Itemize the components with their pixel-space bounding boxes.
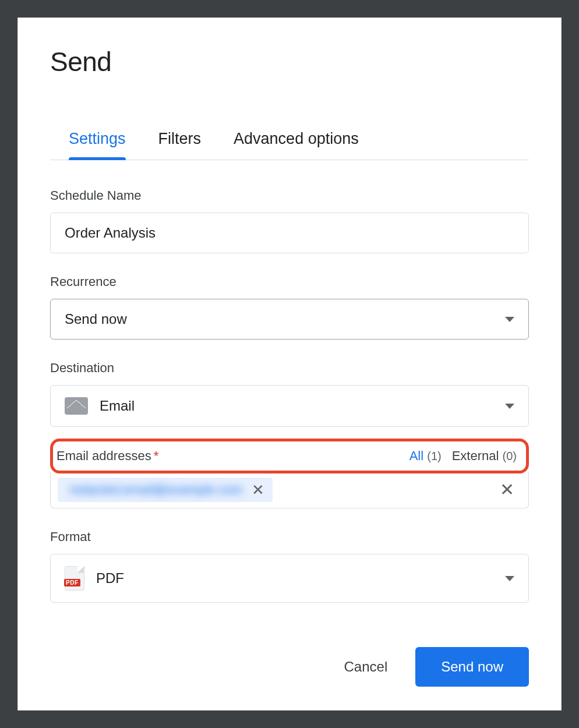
chevron-down-icon: [505, 317, 514, 322]
schedule-name-field: Schedule Name: [50, 188, 529, 253]
format-field: Format PDF PDF: [50, 529, 529, 603]
email-filter-tabs: All (1) External (0): [409, 448, 517, 464]
mail-icon: [65, 397, 88, 415]
recurrence-field: Recurrence Send now: [50, 274, 529, 340]
email-filter-all[interactable]: All (1): [409, 448, 442, 464]
destination-label: Destination: [50, 361, 529, 376]
chevron-down-icon: [505, 576, 514, 581]
recurrence-value: Send now: [65, 311, 127, 327]
email-addresses-input[interactable]: redacted.email@example.com ✕ ✕: [50, 472, 529, 508]
dialog-footer: Cancel Send now: [50, 624, 529, 687]
schedule-name-input[interactable]: [50, 213, 529, 253]
format-label: Format: [50, 529, 529, 545]
email-chip: redacted.email@example.com ✕: [58, 478, 273, 502]
email-addresses-field: Email addresses* All (1) External (0) re…: [50, 439, 529, 508]
chip-remove-icon[interactable]: ✕: [252, 482, 264, 497]
email-chip-text: redacted.email@example.com: [69, 482, 242, 497]
recurrence-select[interactable]: Send now: [50, 299, 529, 340]
tab-filters[interactable]: Filters: [158, 130, 202, 160]
required-asterisk: *: [154, 448, 159, 463]
email-addresses-highlight: Email addresses* All (1) External (0): [50, 439, 529, 473]
destination-field: Destination Email: [50, 361, 529, 427]
dialog-title: Send: [50, 46, 529, 77]
send-dialog: Send Settings Filters Advanced options S…: [17, 17, 562, 711]
tab-advanced-options[interactable]: Advanced options: [234, 130, 359, 160]
pdf-icon: PDF: [65, 566, 84, 591]
format-select[interactable]: PDF PDF: [50, 554, 529, 603]
tab-settings[interactable]: Settings: [69, 130, 126, 160]
schedule-name-label: Schedule Name: [50, 188, 529, 203]
destination-select[interactable]: Email: [50, 385, 529, 427]
format-value: PDF: [96, 570, 124, 586]
email-filter-external[interactable]: External (0): [452, 448, 517, 464]
email-addresses-label: Email addresses*: [57, 448, 158, 464]
destination-value: Email: [100, 398, 135, 414]
send-now-button[interactable]: Send now: [415, 647, 529, 687]
cancel-button[interactable]: Cancel: [340, 652, 393, 682]
clear-all-icon[interactable]: ✕: [500, 481, 521, 499]
chevron-down-icon: [505, 404, 514, 409]
tabs: Settings Filters Advanced options: [50, 130, 529, 160]
recurrence-label: Recurrence: [50, 274, 529, 289]
